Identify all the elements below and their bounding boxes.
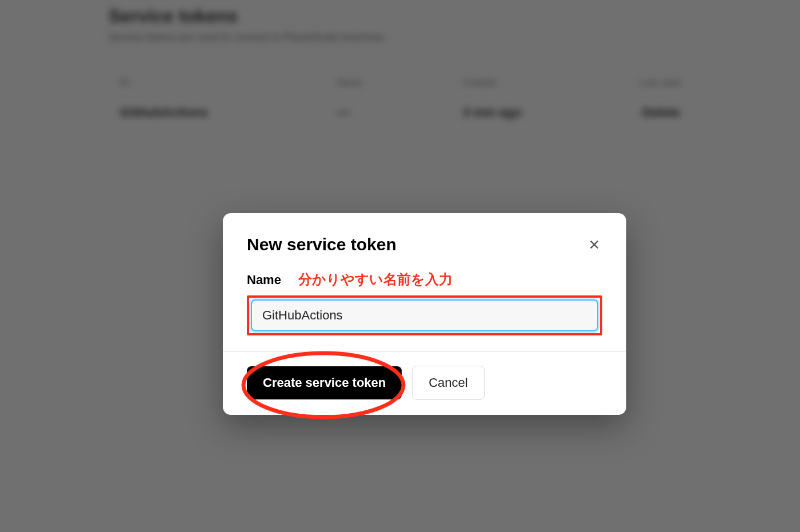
name-field-label: Name [247,273,281,287]
close-icon[interactable] [586,237,602,253]
annotation-input-highlight [247,295,602,335]
name-input[interactable] [251,299,598,331]
new-service-token-modal: New service token Name 分かりやすい名前を入力 Creat… [223,213,626,415]
create-service-token-button[interactable]: Create service token [247,366,402,399]
modal-footer: Create service token Cancel [223,351,626,415]
cancel-button[interactable]: Cancel [412,366,484,400]
annotation-name-hint: 分かりやすい名前を入力 [298,270,453,289]
modal-title: New service token [247,235,397,254]
